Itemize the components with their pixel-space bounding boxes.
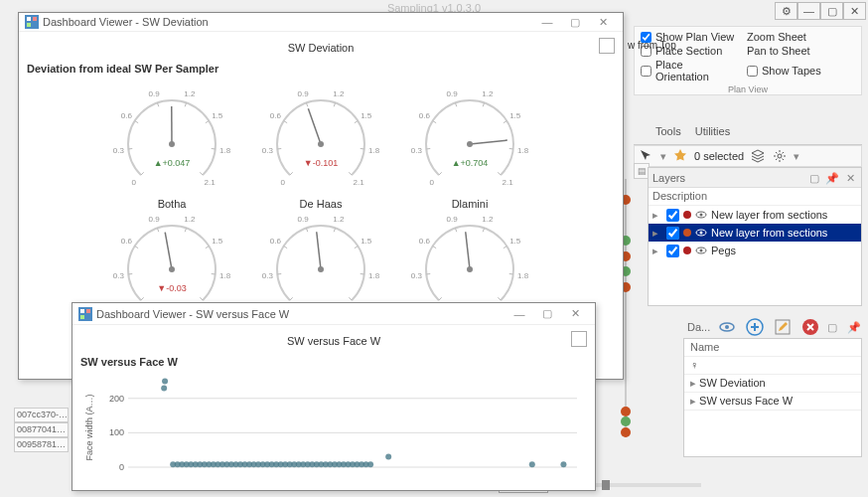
svg-text:1.8: 1.8 (368, 146, 380, 155)
svg-line-35 (290, 172, 293, 175)
svg-line-41 (306, 102, 307, 106)
svg-rect-167 (80, 315, 84, 319)
svg-line-62 (483, 102, 484, 106)
svg-text:0.6: 0.6 (419, 111, 431, 120)
svg-text:0: 0 (119, 462, 124, 472)
eye-icon[interactable] (695, 209, 707, 221)
svg-text:0.3: 0.3 (411, 146, 423, 155)
layer-row[interactable]: ▸ New layer from sections (649, 206, 861, 224)
svg-line-49 (349, 172, 352, 175)
svg-line-114 (433, 247, 436, 248)
expand-icon[interactable]: ▸ (652, 227, 662, 240)
svg-text:1.2: 1.2 (184, 89, 196, 98)
maximize-button[interactable]: ▢ (820, 2, 843, 20)
svg-line-118 (483, 228, 484, 232)
layers-stack-icon[interactable] (750, 148, 766, 164)
svg-line-92 (290, 297, 293, 300)
eye-icon[interactable] (695, 227, 707, 239)
svg-text:0.9: 0.9 (298, 215, 310, 224)
svg-text:▲+0.704: ▲+0.704 (452, 158, 489, 168)
svg-text:0.9: 0.9 (149, 215, 161, 224)
layer-visible-checkbox[interactable] (666, 209, 679, 222)
svg-text:0.3: 0.3 (262, 271, 274, 280)
minimize-button[interactable]: — (506, 305, 533, 323)
dash-item[interactable]: ▸ SW versus Face W (684, 393, 861, 411)
zoom-sheet-link[interactable]: Zoom Sheet (747, 31, 841, 43)
export-icon[interactable] (599, 38, 615, 54)
chevron-down-icon[interactable]: ▾ (794, 150, 799, 163)
svg-text:0.3: 0.3 (411, 271, 423, 280)
panel-pin-icon[interactable]: 📌 (825, 171, 839, 185)
svg-point-175 (161, 385, 167, 391)
view-from-top-partial[interactable]: w from Top (628, 40, 676, 51)
gauge-label: Dlamini (410, 198, 529, 210)
close-button[interactable]: ✕ (561, 305, 589, 323)
svg-text:0.6: 0.6 (419, 237, 431, 246)
maximize-button[interactable]: ▢ (533, 305, 561, 323)
edit-icon[interactable] (772, 316, 794, 338)
minimize-button[interactable]: — (797, 2, 820, 20)
dash-item[interactable]: ▸ SW Deviation (684, 375, 861, 393)
expand-icon[interactable]: ▸ (652, 245, 662, 257)
app-icon (25, 15, 39, 29)
panel-dock-icon[interactable]: ▢ (827, 321, 841, 334)
expand-icon[interactable]: ▸ (690, 377, 696, 389)
minimize-button[interactable]: — (533, 13, 561, 31)
svg-line-70 (470, 140, 507, 144)
tab-utilities[interactable]: Utilities (695, 125, 730, 144)
cursor-icon[interactable] (639, 148, 654, 164)
close-button[interactable]: ✕ (843, 2, 866, 20)
svg-text:200: 200 (109, 394, 124, 404)
panel-dock-icon[interactable]: ▢ (807, 171, 821, 185)
svg-line-24 (185, 102, 186, 106)
ribbon-plan-view: Show Plan View Zoom Sheet Place Section … (634, 26, 862, 95)
chk-place-orientation[interactable]: Place Orientation (641, 59, 735, 83)
layer-visible-checkbox[interactable] (666, 227, 679, 240)
add-icon[interactable] (744, 316, 766, 338)
svg-text:1.2: 1.2 (333, 215, 345, 224)
gear-icon[interactable] (772, 148, 788, 164)
svg-line-98 (306, 228, 307, 232)
svg-line-26 (206, 121, 209, 123)
close-button[interactable]: ✕ (589, 13, 617, 31)
selection-toolbar: ▾ 0 selected ▾ (634, 145, 862, 167)
maximize-button[interactable]: ▢ (561, 13, 589, 31)
layer-row[interactable]: ▸ New layer from sections (649, 224, 861, 242)
eye-icon[interactable] (716, 316, 738, 338)
delete-icon[interactable] (799, 316, 821, 338)
pan-to-sheet-link[interactable]: Pan to Sheet (747, 45, 841, 57)
export-icon[interactable] (571, 331, 587, 347)
tab-tools[interactable]: Tools (655, 125, 681, 144)
dash-filter-row[interactable]: ♀ (684, 357, 861, 375)
star-icon[interactable] (672, 148, 688, 164)
layer-label: Pegs (711, 245, 736, 256)
svg-text:1.5: 1.5 (212, 111, 223, 120)
svg-text:1.2: 1.2 (184, 215, 196, 224)
svg-line-120 (504, 247, 506, 248)
titlebar[interactable]: Dashboard Viewer - SW versus Face W — ▢ … (72, 303, 595, 325)
svg-point-71 (467, 141, 473, 147)
settings-icon[interactable]: ⚙ (775, 2, 797, 20)
layer-label: New layer from sections (711, 227, 827, 239)
svg-line-102 (355, 247, 358, 248)
layer-row[interactable]: ▸ Pegs (649, 242, 861, 259)
chevron-down-icon[interactable]: ▾ (660, 150, 666, 163)
window-title: Dashboard Viewer - SW versus Face W (96, 308, 289, 320)
panel-pin-icon[interactable]: 📌 (847, 321, 861, 334)
svg-text:0.9: 0.9 (447, 89, 459, 98)
svg-line-108 (317, 232, 321, 269)
window-sw-vs-facew: Dashboard Viewer - SW versus Face W — ▢ … (72, 302, 596, 491)
dash-label: Da... (687, 321, 710, 333)
svg-point-177 (385, 454, 391, 460)
expand-icon[interactable]: ▸ (690, 395, 696, 407)
svg-point-109 (318, 266, 324, 272)
eye-icon[interactable] (695, 245, 707, 256)
gauge-label: De Haas (261, 198, 380, 210)
layer-visible-checkbox[interactable] (666, 245, 679, 257)
titlebar[interactable]: Dashboard Viewer - SW Deviation — ▢ ✕ (19, 13, 623, 32)
expand-icon[interactable]: ▸ (652, 209, 662, 222)
chk-show-tapes[interactable]: Show Tapes (747, 59, 841, 83)
svg-point-176 (162, 378, 168, 384)
svg-text:1.5: 1.5 (361, 111, 372, 120)
panel-close-icon[interactable]: ✕ (843, 171, 857, 185)
